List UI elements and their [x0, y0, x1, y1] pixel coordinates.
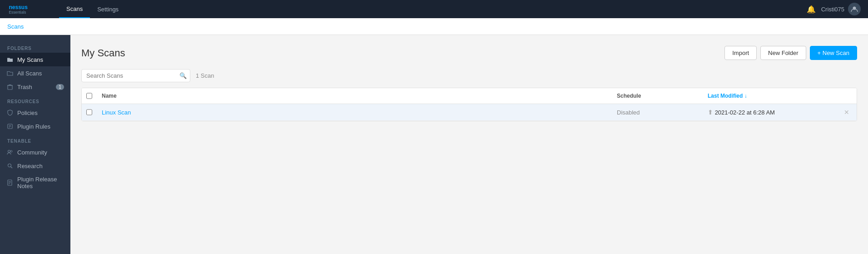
search-input[interactable]: [81, 69, 190, 82]
scan-schedule-cell: Disabled: [611, 104, 702, 120]
sidebar-item-research-label: Research: [17, 163, 43, 169]
th-last-modified[interactable]: Last Modified ↓: [702, 88, 838, 104]
avatar: [848, 3, 861, 15]
topnav-links: Scans Settings: [59, 0, 807, 18]
sidebar-item-all-scans[interactable]: All Scans: [0, 66, 70, 80]
folders-label: FOLDERS: [0, 40, 70, 53]
sidebar-item-my-scans[interactable]: My Scans: [0, 53, 70, 66]
content-header: My Scans Import New Folder + New Scan: [81, 46, 857, 60]
folder-outline-icon: [6, 70, 14, 77]
scan-table: Name Schedule Last Modified ↓ Linux Scan…: [81, 88, 857, 121]
resources-label: RESOURCES: [0, 94, 70, 106]
svg-text:Essentials: Essentials: [9, 10, 26, 15]
svg-point-7: [10, 150, 12, 152]
sidebar-item-policies-label: Policies: [17, 110, 38, 116]
search-bar-row: 🔍 1 Scan: [81, 69, 857, 82]
select-all-header[interactable]: [82, 88, 96, 104]
th-schedule-label: Schedule: [617, 93, 641, 99]
sidebar-item-plugin-release-notes-label: Plugin Release Notes: [17, 176, 64, 189]
th-actions: [838, 88, 857, 104]
search-box: 🔍: [81, 69, 190, 82]
svg-point-8: [8, 164, 11, 167]
import-button[interactable]: Import: [724, 46, 757, 60]
table-header: Name Schedule Last Modified ↓: [82, 88, 857, 104]
svg-text:nessus: nessus: [9, 4, 28, 10]
svg-line-9: [11, 167, 13, 169]
tenable-label: TENABLE: [0, 133, 70, 145]
page-title: My Scans: [81, 47, 125, 59]
breadcrumb: Scans: [0, 18, 868, 35]
topnav: nessus Essentials Scans Settings 🔔 Crist…: [0, 0, 868, 18]
new-folder-button[interactable]: New Folder: [760, 46, 806, 60]
row-checkbox-cell[interactable]: [82, 104, 96, 120]
sidebar-item-research[interactable]: Research: [0, 159, 70, 173]
th-schedule[interactable]: Schedule: [611, 88, 702, 104]
scan-last-modified-value: 2021-02-22 at 6:28 AM: [715, 109, 775, 116]
user-menu[interactable]: Cristi075: [821, 3, 861, 15]
trash-badge: 1: [56, 84, 64, 90]
scan-delete-cell[interactable]: ✕: [838, 104, 857, 120]
sidebar-item-community[interactable]: Community: [0, 145, 70, 159]
svg-point-6: [8, 150, 10, 153]
scan-name-cell[interactable]: Linux Scan: [96, 104, 611, 120]
username: Cristi075: [821, 6, 844, 13]
table-row: Linux Scan Disabled ⬆ 2021-02-22 at 6:28…: [82, 104, 857, 121]
sidebar-item-trash[interactable]: Trash 1: [0, 80, 70, 94]
select-all-checkbox[interactable]: [86, 93, 92, 99]
bell-icon[interactable]: 🔔: [807, 5, 816, 14]
sidebar-item-trash-label: Trash: [17, 84, 32, 90]
folder-icon: [6, 56, 14, 63]
search-icon: 🔍: [179, 72, 187, 79]
sidebar: FOLDERS My Scans All Scans: [0, 35, 70, 254]
row-checkbox[interactable]: [86, 109, 92, 115]
delete-icon[interactable]: ✕: [844, 109, 849, 116]
sidebar-item-plugin-release-notes[interactable]: Plugin Release Notes: [0, 173, 70, 193]
sidebar-item-community-label: Community: [17, 149, 47, 156]
sidebar-item-plugin-rules[interactable]: Plugin Rules: [0, 120, 70, 133]
content-actions: Import New Folder + New Scan: [724, 46, 857, 60]
shield-icon: [6, 109, 14, 116]
research-icon: [6, 162, 14, 169]
sidebar-item-my-scans-label: My Scans: [17, 56, 43, 63]
sidebar-item-plugin-rules-label: Plugin Rules: [17, 123, 50, 130]
sidebar-item-policies[interactable]: Policies: [0, 106, 70, 120]
sidebar-item-all-scans-label: All Scans: [17, 70, 42, 77]
breadcrumb-current: Scans: [7, 23, 24, 30]
th-name[interactable]: Name: [96, 88, 611, 104]
th-name-label: Name: [102, 93, 117, 99]
row-icon: ⬆: [708, 109, 713, 116]
new-scan-button[interactable]: + New Scan: [810, 46, 857, 60]
topnav-link-settings[interactable]: Settings: [90, 0, 126, 18]
notes-icon: [6, 179, 14, 186]
topnav-link-scans[interactable]: Scans: [59, 0, 90, 18]
logo: nessus Essentials: [7, 4, 48, 15]
content: My Scans Import New Folder + New Scan 🔍 …: [70, 35, 868, 254]
plugin-icon: [6, 123, 14, 130]
svg-rect-3: [8, 85, 12, 90]
community-icon: [6, 149, 14, 156]
trash-icon: [6, 83, 14, 90]
th-last-modified-label: Last Modified ↓: [708, 93, 747, 99]
scan-last-modified-cell: ⬆ 2021-02-22 at 6:28 AM: [702, 104, 838, 120]
scan-count: 1 Scan: [196, 72, 214, 79]
topnav-right: 🔔 Cristi075: [807, 3, 861, 15]
main-layout: FOLDERS My Scans All Scans: [0, 35, 868, 254]
